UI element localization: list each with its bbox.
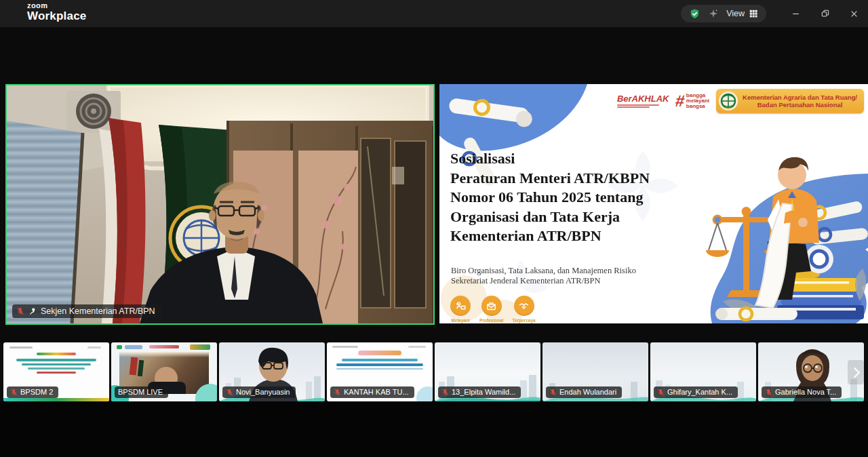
chevron-right-icon bbox=[850, 367, 861, 378]
value-melayani: Melayani bbox=[450, 296, 471, 323]
melayani-icon bbox=[450, 296, 471, 316]
pin-icon bbox=[28, 307, 37, 315]
participant-name-pill: Ghifary_Kantah K... bbox=[654, 386, 738, 398]
speaker-video-scene bbox=[7, 85, 433, 323]
mic-muted-icon bbox=[441, 389, 449, 396]
ministry-banner: Kementerian Agraria dan Tata Ruang/ Bada… bbox=[716, 89, 864, 113]
atrbpn-logo bbox=[718, 91, 738, 111]
scroll-decor-bottom bbox=[715, 308, 797, 320]
value-profesional: Profesional bbox=[479, 296, 503, 323]
filmstrip-next-button[interactable] bbox=[848, 360, 864, 384]
participant-name-pill: BPSDM 2 bbox=[7, 386, 58, 398]
mic-muted-icon bbox=[10, 389, 18, 396]
slide-title: Sosialisasi Peraturan Menteri ATR/KBPN N… bbox=[450, 149, 701, 246]
participant-name-pill: Endah Wulandari bbox=[546, 386, 622, 398]
participant-tile[interactable]: Endah Wulandari bbox=[542, 342, 648, 401]
meeting-toolbar: Audio Video 274 Participants 2 Chat Reac… bbox=[0, 401, 868, 457]
speaker-name-label: Sekjen Kementerian ATR/BPN bbox=[41, 306, 155, 316]
view-label: View bbox=[726, 9, 745, 18]
grid-view-icon bbox=[749, 9, 758, 18]
participant-tile[interactable]: BPSDM 2 bbox=[3, 342, 109, 401]
restore-icon bbox=[821, 9, 830, 18]
mic-muted-icon bbox=[765, 389, 772, 396]
security-shield-icon[interactable] bbox=[689, 8, 701, 20]
minimize-icon bbox=[791, 9, 800, 18]
mic-muted-icon bbox=[226, 389, 233, 396]
terpercaya-icon bbox=[514, 296, 534, 316]
screen-share-tile[interactable]: BerAKHLAK # bangga melayani bangsa bbox=[439, 84, 868, 323]
mic-muted-icon bbox=[334, 389, 341, 396]
participant-tile[interactable]: 13_Elpita Wamild... bbox=[435, 342, 540, 401]
participant-name-pill: BPSDM LIVE bbox=[115, 386, 168, 398]
restore-button[interactable] bbox=[811, 0, 840, 27]
profesional-icon bbox=[481, 296, 502, 316]
participant-tile[interactable]: KANTAH KAB TU... bbox=[327, 342, 433, 401]
mic-muted-icon bbox=[549, 389, 557, 396]
participant-name-pill: 13_Elpita Wamild... bbox=[438, 386, 521, 398]
brand-workplace: Workplace bbox=[27, 9, 86, 22]
brand-zoom: zoom bbox=[27, 2, 86, 9]
bangga-melayani-bangsa-logo: # bangga melayani bangsa bbox=[675, 93, 709, 109]
active-speaker-tile[interactable]: Sekjen Kementerian ATR/BPN bbox=[5, 84, 435, 325]
view-button[interactable]: View bbox=[726, 9, 758, 18]
ai-companion-sparkle-icon[interactable] bbox=[708, 8, 719, 19]
slide-values: Melayani Profesional Terpercaya bbox=[450, 296, 536, 323]
title-bar: zoom Workplace View bbox=[0, 0, 868, 27]
zoom-workplace-logo: zoom Workplace bbox=[27, 2, 86, 22]
participant-name-pill: Novi_Banyuasin bbox=[222, 386, 296, 398]
participant-name-pill: KANTAH KAB TU... bbox=[330, 386, 414, 398]
speaker-name-pill: Sekjen Kementerian ATR/BPN bbox=[12, 304, 162, 318]
slide-subtitle: Biro Organisasi, Tata Laksana, dan Manaj… bbox=[451, 266, 636, 286]
titlebar-controls: View bbox=[681, 5, 766, 22]
participant-tile[interactable]: Novi_Banyuasin bbox=[219, 342, 325, 401]
close-button[interactable] bbox=[840, 0, 868, 27]
value-terpercaya: Terpercaya bbox=[512, 296, 535, 323]
meeting-stage: Sekjen Kementerian ATR/BPN bbox=[0, 27, 868, 342]
participant-tile[interactable]: BPSDM LIVE bbox=[111, 342, 217, 401]
participant-tile[interactable]: Ghifary_Kantah K... bbox=[650, 342, 756, 401]
berakhlak-logo: BerAKHLAK bbox=[617, 94, 669, 108]
participant-name-pill: Gabriella Nova T... bbox=[762, 386, 842, 398]
mic-muted-icon bbox=[16, 307, 24, 315]
minimize-button[interactable] bbox=[781, 0, 810, 27]
slide-logo-row: BerAKHLAK # bangga melayani bangsa bbox=[617, 89, 864, 113]
mic-muted-icon bbox=[657, 389, 665, 396]
berakhlak-tagline bbox=[617, 104, 669, 108]
close-icon bbox=[850, 9, 859, 18]
